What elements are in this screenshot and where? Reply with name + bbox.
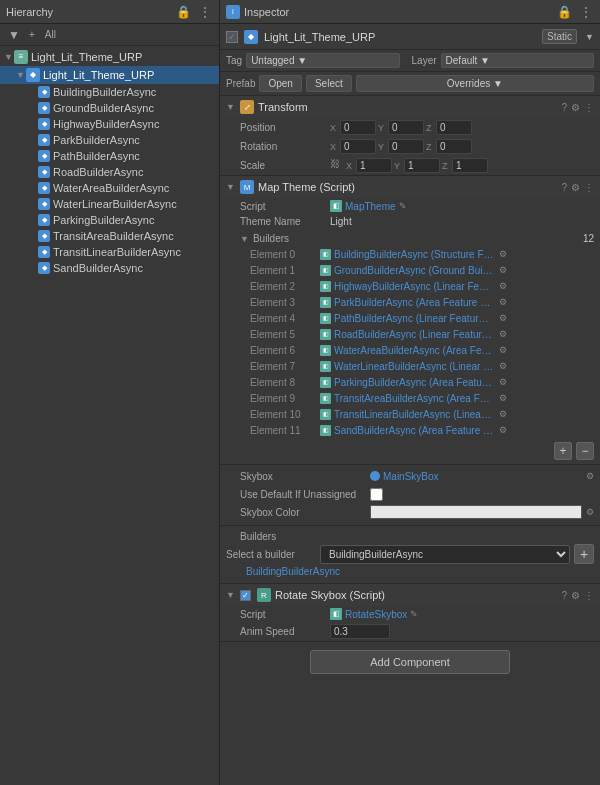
- transform-menu-icon[interactable]: ⋮: [584, 102, 594, 113]
- builders-section-label: Builders: [226, 529, 594, 544]
- map-theme-header[interactable]: ▼ M Map Theme (Script) ? ⚙ ⋮: [220, 176, 600, 198]
- element-settings-icon-3[interactable]: ⚙: [499, 297, 507, 307]
- element-settings-icon-2[interactable]: ⚙: [499, 281, 507, 291]
- list-item[interactable]: ◆ SandBuilderAsync: [0, 260, 219, 276]
- scale-x-input[interactable]: [356, 158, 392, 173]
- builders-add-button[interactable]: +: [574, 544, 594, 564]
- tag-layer-row: Tag Untagged ▼ Layer Default ▼: [220, 50, 600, 72]
- hierarchy-plus-btn[interactable]: +: [26, 28, 38, 41]
- rotate-skybox-icon: R: [257, 588, 271, 602]
- child-icon: ◆: [38, 118, 50, 130]
- list-item[interactable]: ◆ BuildingBuilderAsync: [0, 84, 219, 100]
- gameobject-active-checkbox[interactable]: [226, 31, 238, 43]
- element-text-3: ParkBuilderAsync (Area Feature Build...: [334, 297, 494, 308]
- map-theme-menu-icon[interactable]: ⋮: [584, 182, 594, 193]
- element-settings-icon-8[interactable]: ⚙: [499, 377, 507, 387]
- skybox-color-picker[interactable]: [370, 505, 582, 519]
- transform-settings-icon[interactable]: ⚙: [571, 102, 580, 113]
- rotation-x-input[interactable]: [340, 139, 376, 154]
- transform-help-icon[interactable]: ?: [561, 102, 567, 113]
- rotate-skybox-settings-icon[interactable]: ⚙: [571, 590, 580, 601]
- inspector-lock-icon[interactable]: 🔒: [555, 4, 574, 20]
- element-settings-icon-1[interactable]: ⚙: [499, 265, 507, 275]
- element-settings-icon-6[interactable]: ⚙: [499, 345, 507, 355]
- prefab-overrides-button[interactable]: Overrides ▼: [356, 75, 594, 92]
- anim-speed-input[interactable]: [330, 624, 390, 639]
- list-item[interactable]: ◆ WaterLinearBuilderAsync: [0, 196, 219, 212]
- hierarchy-item-scene[interactable]: ▼ ≡ Light_Lit_Theme_URP: [0, 48, 219, 66]
- builders-header-row: ▼ Builders 12: [240, 231, 594, 246]
- prefab-open-button[interactable]: Open: [259, 75, 301, 92]
- map-theme-help-icon[interactable]: ?: [561, 182, 567, 193]
- builders-select-dropdown[interactable]: BuildingBuilderAsync: [320, 545, 570, 564]
- child-icon: ◆: [38, 86, 50, 98]
- list-item[interactable]: ◆ TransitAreaBuilderAsync: [0, 228, 219, 244]
- inspector-menu-icon[interactable]: ⋮: [578, 4, 594, 20]
- position-z-input[interactable]: [436, 120, 472, 135]
- tag-dropdown[interactable]: Untagged ▼: [246, 53, 399, 68]
- element-label-11: Element 11: [250, 425, 320, 436]
- layer-dropdown[interactable]: Default ▼: [441, 53, 594, 68]
- list-item[interactable]: ◆ HighwayBuilderAsync: [0, 116, 219, 132]
- scene-label: Light_Lit_Theme_URP: [31, 51, 142, 63]
- list-item[interactable]: ◆ PathBuilderAsync: [0, 148, 219, 164]
- element-text-4: PathBuilderAsync (Linear Feature Buil...: [334, 313, 494, 324]
- hierarchy-all-btn[interactable]: All: [42, 28, 59, 41]
- element-val-4: ◧ PathBuilderAsync (Linear Feature Buil.…: [320, 313, 594, 324]
- child-icon: ◆: [38, 166, 50, 178]
- list-item[interactable]: ◆ TransitLinearBuilderAsync: [0, 244, 219, 260]
- element-settings-icon-7[interactable]: ⚙: [499, 361, 507, 371]
- rotation-y-input[interactable]: [388, 139, 424, 154]
- element-settings-icon-0[interactable]: ⚙: [499, 249, 507, 259]
- rotation-z-input[interactable]: [436, 139, 472, 154]
- skybox-color-settings-icon[interactable]: ⚙: [586, 507, 594, 517]
- builders-add-element-button[interactable]: +: [554, 442, 572, 460]
- position-row: Position X Y Z: [220, 118, 600, 137]
- rotate-skybox-header[interactable]: ▼ ✓ R Rotate Skybox (Script) ? ⚙ ⋮: [220, 584, 600, 606]
- use-default-checkbox[interactable]: [370, 488, 383, 501]
- list-item[interactable]: ◆ GroundBuilderAsync: [0, 100, 219, 116]
- transform-header[interactable]: ▼ ⤢ Transform ? ⚙ ⋮: [220, 96, 600, 118]
- element-val-6: ◧ WaterAreaBuilderAsync (Area Feature ..…: [320, 345, 594, 356]
- rotate-skybox-enabled-checkbox[interactable]: ✓: [240, 590, 251, 601]
- hierarchy-item-go-main[interactable]: ▼ ◆ Light_Lit_Theme_URP: [0, 66, 219, 84]
- rotation-z-label: Z: [426, 142, 434, 152]
- child-icon: ◆: [38, 230, 50, 242]
- map-theme-settings-icon[interactable]: ⚙: [571, 182, 580, 193]
- element-settings-icon-4[interactable]: ⚙: [499, 313, 507, 323]
- position-x-input[interactable]: [340, 120, 376, 135]
- rotate-skybox-help-icon[interactable]: ?: [561, 590, 567, 601]
- hierarchy-lock-icon[interactable]: 🔒: [174, 4, 193, 20]
- rotate-skybox-icons-right: ? ⚙ ⋮: [561, 590, 594, 601]
- list-item[interactable]: ◆ ParkingBuilderAsync: [0, 212, 219, 228]
- rotate-skybox-menu-icon[interactable]: ⋮: [584, 590, 594, 601]
- skybox-settings-icon[interactable]: ⚙: [586, 471, 594, 481]
- transform-title: Transform: [258, 101, 557, 113]
- list-item[interactable]: ◆ WaterAreaBuilderAsync: [0, 180, 219, 196]
- element-settings-icon-5[interactable]: ⚙: [499, 329, 507, 339]
- builders-remove-element-button[interactable]: −: [576, 442, 594, 460]
- builders-count: 12: [583, 233, 594, 244]
- child-icon: ◆: [38, 150, 50, 162]
- element-settings-icon-9[interactable]: ⚙: [499, 393, 507, 403]
- prefab-select-button[interactable]: Select: [306, 75, 352, 92]
- static-dropdown-icon[interactable]: ▼: [585, 32, 594, 42]
- list-item[interactable]: ◆ ParkBuilderAsync: [0, 132, 219, 148]
- go-main-icon: ◆: [26, 68, 40, 82]
- add-component-button[interactable]: Add Component: [310, 650, 510, 674]
- child-icon: ◆: [38, 262, 50, 274]
- anim-speed-label: Anim Speed: [240, 626, 330, 637]
- map-theme-script-label: Script: [240, 201, 330, 212]
- hierarchy-plus-icon[interactable]: ▼: [6, 27, 22, 43]
- element-settings-icon-10[interactable]: ⚙: [499, 409, 507, 419]
- scale-z-input[interactable]: [452, 158, 488, 173]
- list-item[interactable]: ◆ RoadBuilderAsync: [0, 164, 219, 180]
- position-y-input[interactable]: [388, 120, 424, 135]
- building-builder-link[interactable]: BuildingBuilderAsync: [226, 564, 594, 579]
- rotate-skybox-script-file-icon: ◧: [330, 608, 342, 620]
- element-settings-icon-11[interactable]: ⚙: [499, 425, 507, 435]
- hierarchy-menu-icon[interactable]: ⋮: [197, 4, 213, 20]
- rotate-skybox-title: Rotate Skybox (Script): [275, 589, 557, 601]
- table-row: Element 2 ◧ HighwayBuilderAsync (Linear …: [240, 278, 594, 294]
- scale-y-input[interactable]: [404, 158, 440, 173]
